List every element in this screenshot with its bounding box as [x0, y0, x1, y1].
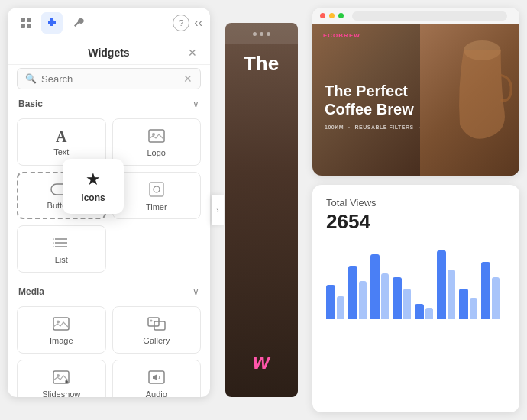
- icons-tooltip: ★ Icons: [63, 159, 124, 214]
- main-container: ? ‹‹ Widgets ✕ 🔍 ✕ Basic ∨ A: [8, 8, 519, 412]
- bar-group-4: [415, 304, 433, 319]
- svg-rect-15: [53, 318, 69, 330]
- expand-tab[interactable]: ›: [212, 195, 224, 225]
- widget-slideshow[interactable]: Slideshow: [17, 360, 106, 397]
- widget-audio-label: Audio: [146, 389, 167, 398]
- bar-group-1: [348, 266, 367, 319]
- widget-gallery-label: Gallery: [143, 336, 170, 345]
- panel-title: Widgets: [32, 47, 186, 59]
- widget-list-label: List: [55, 255, 68, 264]
- analytics-card: Total Views 2654: [312, 185, 519, 412]
- svg-rect-2: [21, 24, 25, 28]
- bar-primary-7: [481, 262, 490, 319]
- bar-secondary-0: [337, 296, 344, 319]
- bar-secondary-4: [425, 308, 433, 319]
- website-card: ECOBREW The Perfect Coffee Brew 100KM · …: [312, 8, 519, 176]
- widget-timer-label: Timer: [146, 202, 167, 212]
- widget-list[interactable]: List: [17, 225, 106, 273]
- gallery-icon: [147, 317, 166, 333]
- svg-rect-7: [150, 183, 163, 196]
- icons-star-icon: ★: [86, 170, 101, 189]
- section-basic-header[interactable]: Basic ∨: [8, 95, 210, 112]
- mockup-dot-3: [267, 32, 270, 36]
- svg-point-21: [57, 374, 60, 377]
- svg-rect-4: [149, 130, 164, 142]
- search-icon: 🔍: [25, 73, 37, 84]
- collapse-button[interactable]: ‹‹: [194, 16, 202, 30]
- widgets-panel: ? ‹‹ Widgets ✕ 🔍 ✕ Basic ∨ A: [8, 8, 210, 397]
- help-icon[interactable]: ?: [173, 15, 189, 31]
- media-widgets-grid: Image Gallery: [8, 300, 210, 397]
- browser-address-bar[interactable]: [352, 11, 507, 21]
- coffee-image: [420, 24, 519, 176]
- icons-tooltip-label: Icons: [81, 192, 105, 203]
- mockup-dots: [253, 32, 270, 36]
- bar-secondary-7: [492, 277, 500, 319]
- widget-audio[interactable]: Audio: [112, 360, 202, 397]
- list-icon: [53, 236, 69, 252]
- widget-image[interactable]: Image: [17, 306, 106, 354]
- question-mark: ?: [179, 18, 183, 27]
- bar-secondary-5: [448, 270, 455, 319]
- tag-separator-1: ·: [348, 124, 350, 130]
- bar-secondary-6: [470, 298, 477, 319]
- section-media-header[interactable]: Media ∨: [8, 283, 210, 300]
- widget-image-label: Image: [50, 336, 73, 345]
- svg-rect-0: [21, 18, 25, 22]
- section-basic-label: Basic: [18, 99, 43, 109]
- browser-dot-yellow: [329, 13, 335, 18]
- right-panel: ECOBREW The Perfect Coffee Brew 100KM · …: [312, 8, 519, 412]
- bar-group-6: [459, 289, 477, 319]
- bar-group-2: [370, 254, 389, 319]
- svg-point-14: [53, 246, 54, 247]
- svg-point-12: [53, 238, 54, 239]
- section-basic-chevron: ∨: [192, 99, 199, 109]
- section-media-chevron: ∨: [192, 286, 199, 297]
- panel-close-button[interactable]: ✕: [186, 46, 199, 60]
- website-mockup: The w: [225, 23, 298, 397]
- svg-point-13: [53, 242, 54, 243]
- toolbar-grid-icon[interactable]: [15, 12, 37, 34]
- toolbar-puzzle-icon[interactable]: [41, 12, 63, 34]
- svg-point-16: [57, 320, 60, 323]
- svg-rect-3: [27, 24, 31, 28]
- widget-logo[interactable]: Logo: [112, 118, 202, 166]
- timer-icon: [149, 182, 164, 199]
- website-badge: ECOBREW: [323, 32, 360, 39]
- section-media-label: Media: [18, 286, 44, 297]
- bar-secondary-2: [381, 273, 389, 319]
- bar-group-5: [437, 250, 455, 319]
- mockup-dot-2: [260, 32, 264, 36]
- widget-gallery[interactable]: Gallery: [112, 306, 202, 354]
- widget-timer[interactable]: Timer: [112, 172, 202, 219]
- svg-point-19: [150, 319, 152, 321]
- bar-primary-6: [459, 289, 468, 319]
- bar-primary-1: [348, 266, 357, 319]
- audio-icon: [148, 370, 165, 386]
- text-icon: A: [56, 129, 66, 144]
- tag-1: 100KM: [325, 124, 344, 130]
- bar-group-7: [481, 262, 500, 319]
- bar-primary-3: [393, 277, 402, 319]
- analytics-value: 2654: [326, 210, 506, 234]
- svg-point-5: [152, 133, 155, 136]
- svg-point-8: [154, 186, 160, 192]
- search-input[interactable]: [41, 73, 179, 85]
- bar-group-3: [393, 277, 411, 319]
- search-clear-icon[interactable]: ✕: [183, 73, 192, 85]
- mockup-dot-1: [253, 32, 257, 36]
- browser-top-bar: [312, 8, 519, 24]
- bar-chart: [326, 243, 506, 319]
- website-card-body: ECOBREW The Perfect Coffee Brew 100KM · …: [312, 24, 519, 176]
- bar-primary-2: [370, 254, 380, 319]
- tag-2: REUSABLE FILTERS: [355, 124, 414, 130]
- slideshow-icon: [53, 370, 70, 386]
- bar-primary-5: [437, 250, 446, 319]
- browser-dot-green: [338, 13, 344, 18]
- widget-slideshow-label: Slideshow: [42, 389, 80, 398]
- center-preview: The w ›: [219, 8, 303, 412]
- svg-rect-1: [27, 18, 31, 22]
- toolbar-wrench-icon[interactable]: [67, 12, 89, 34]
- logo-icon: [148, 129, 165, 145]
- bar-group-0: [326, 285, 344, 319]
